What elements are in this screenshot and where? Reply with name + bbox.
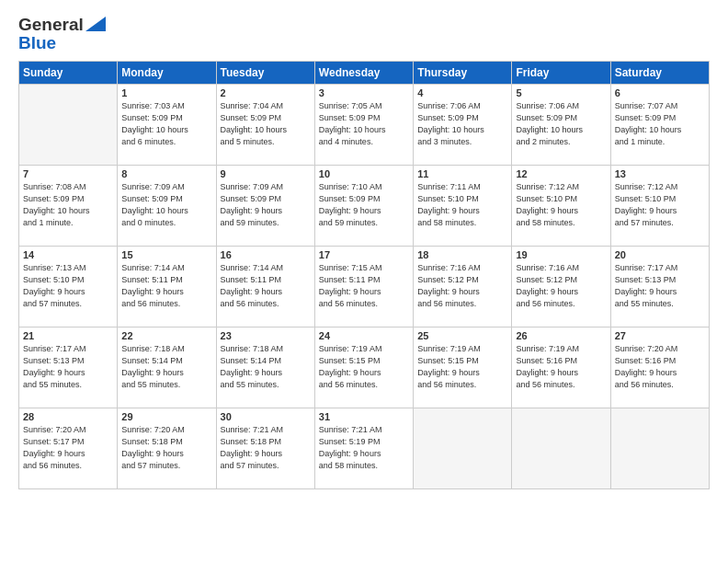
day-number: 7 xyxy=(23,168,113,179)
day-info: Sunrise: 7:07 AM Sunset: 5:09 PM Dayligh… xyxy=(615,100,705,148)
day-info: Sunrise: 7:03 AM Sunset: 5:09 PM Dayligh… xyxy=(121,100,211,148)
day-info: Sunrise: 7:05 AM Sunset: 5:09 PM Dayligh… xyxy=(319,100,409,148)
day-info: Sunrise: 7:16 AM Sunset: 5:12 PM Dayligh… xyxy=(516,262,606,310)
calendar-cell: 2Sunrise: 7:04 AM Sunset: 5:09 PM Daylig… xyxy=(216,85,314,166)
day-info: Sunrise: 7:16 AM Sunset: 5:12 PM Dayligh… xyxy=(417,262,507,310)
week-row-1: 7Sunrise: 7:08 AM Sunset: 5:09 PM Daylig… xyxy=(19,166,710,247)
day-number: 23 xyxy=(221,330,311,341)
day-number: 14 xyxy=(23,249,113,260)
calendar-cell: 25Sunrise: 7:19 AM Sunset: 5:15 PM Dayli… xyxy=(414,327,512,408)
day-number: 9 xyxy=(221,168,311,179)
calendar-cell: 5Sunrise: 7:06 AM Sunset: 5:09 PM Daylig… xyxy=(512,85,610,166)
day-info: Sunrise: 7:17 AM Sunset: 5:13 PM Dayligh… xyxy=(615,262,705,310)
calendar-table: SundayMondayTuesdayWednesdayThursdayFrid… xyxy=(18,61,710,489)
day-info: Sunrise: 7:09 AM Sunset: 5:09 PM Dayligh… xyxy=(121,181,211,229)
day-info: Sunrise: 7:08 AM Sunset: 5:09 PM Dayligh… xyxy=(23,181,113,229)
day-info: Sunrise: 7:06 AM Sunset: 5:09 PM Dayligh… xyxy=(516,100,606,148)
calendar-cell: 26Sunrise: 7:19 AM Sunset: 5:16 PM Dayli… xyxy=(512,327,610,408)
day-info: Sunrise: 7:21 AM Sunset: 5:18 PM Dayligh… xyxy=(221,424,311,472)
col-header-saturday: Saturday xyxy=(610,62,709,85)
day-number: 13 xyxy=(615,168,705,179)
day-info: Sunrise: 7:19 AM Sunset: 5:16 PM Dayligh… xyxy=(516,343,606,391)
calendar-cell: 8Sunrise: 7:09 AM Sunset: 5:09 PM Daylig… xyxy=(118,166,216,247)
col-header-sunday: Sunday xyxy=(19,62,118,85)
day-number: 21 xyxy=(23,330,113,341)
calendar-cell: 21Sunrise: 7:17 AM Sunset: 5:13 PM Dayli… xyxy=(19,327,118,408)
calendar-cell xyxy=(414,408,512,489)
col-header-thursday: Thursday xyxy=(414,62,512,85)
day-info: Sunrise: 7:20 AM Sunset: 5:17 PM Dayligh… xyxy=(23,424,113,472)
day-number: 22 xyxy=(121,330,211,341)
col-header-tuesday: Tuesday xyxy=(216,62,314,85)
logo: General Blue xyxy=(18,15,106,53)
day-number: 1 xyxy=(121,87,211,98)
calendar-cell: 24Sunrise: 7:19 AM Sunset: 5:15 PM Dayli… xyxy=(314,327,413,408)
day-info: Sunrise: 7:14 AM Sunset: 5:11 PM Dayligh… xyxy=(121,262,211,310)
day-number: 29 xyxy=(121,411,211,422)
day-info: Sunrise: 7:14 AM Sunset: 5:11 PM Dayligh… xyxy=(221,262,311,310)
calendar-cell: 7Sunrise: 7:08 AM Sunset: 5:09 PM Daylig… xyxy=(19,166,118,247)
day-info: Sunrise: 7:11 AM Sunset: 5:10 PM Dayligh… xyxy=(417,181,507,229)
calendar-cell: 18Sunrise: 7:16 AM Sunset: 5:12 PM Dayli… xyxy=(414,247,512,327)
day-info: Sunrise: 7:10 AM Sunset: 5:09 PM Dayligh… xyxy=(319,181,409,229)
calendar-cell: 17Sunrise: 7:15 AM Sunset: 5:11 PM Dayli… xyxy=(314,247,413,327)
day-number: 18 xyxy=(417,249,507,260)
day-number: 6 xyxy=(615,87,705,98)
calendar-cell: 11Sunrise: 7:11 AM Sunset: 5:10 PM Dayli… xyxy=(414,166,512,247)
svg-marker-0 xyxy=(85,17,106,31)
day-number: 28 xyxy=(23,411,113,422)
col-header-friday: Friday xyxy=(512,62,610,85)
logo-icon xyxy=(85,17,106,31)
col-header-wednesday: Wednesday xyxy=(314,62,413,85)
calendar-cell: 19Sunrise: 7:16 AM Sunset: 5:12 PM Dayli… xyxy=(512,247,610,327)
day-info: Sunrise: 7:21 AM Sunset: 5:19 PM Dayligh… xyxy=(319,424,409,472)
calendar-cell: 14Sunrise: 7:13 AM Sunset: 5:10 PM Dayli… xyxy=(19,247,118,327)
day-number: 16 xyxy=(221,249,311,260)
calendar-header-row: SundayMondayTuesdayWednesdayThursdayFrid… xyxy=(19,62,710,85)
calendar-cell: 27Sunrise: 7:20 AM Sunset: 5:16 PM Dayli… xyxy=(610,327,709,408)
day-number: 11 xyxy=(417,168,507,179)
calendar-cell: 1Sunrise: 7:03 AM Sunset: 5:09 PM Daylig… xyxy=(118,85,216,166)
day-info: Sunrise: 7:18 AM Sunset: 5:14 PM Dayligh… xyxy=(221,343,311,391)
calendar-cell: 20Sunrise: 7:17 AM Sunset: 5:13 PM Dayli… xyxy=(610,247,709,327)
day-number: 12 xyxy=(516,168,606,179)
day-number: 24 xyxy=(319,330,409,341)
day-info: Sunrise: 7:17 AM Sunset: 5:13 PM Dayligh… xyxy=(23,343,113,391)
day-number: 5 xyxy=(516,87,606,98)
day-info: Sunrise: 7:12 AM Sunset: 5:10 PM Dayligh… xyxy=(615,181,705,229)
calendar-cell xyxy=(19,85,118,166)
calendar-cell: 23Sunrise: 7:18 AM Sunset: 5:14 PM Dayli… xyxy=(216,327,314,408)
calendar-cell: 9Sunrise: 7:09 AM Sunset: 5:09 PM Daylig… xyxy=(216,166,314,247)
day-number: 4 xyxy=(417,87,507,98)
calendar-cell: 3Sunrise: 7:05 AM Sunset: 5:09 PM Daylig… xyxy=(314,85,413,166)
day-info: Sunrise: 7:20 AM Sunset: 5:16 PM Dayligh… xyxy=(615,343,705,391)
day-number: 17 xyxy=(319,249,409,260)
day-number: 15 xyxy=(121,249,211,260)
day-info: Sunrise: 7:04 AM Sunset: 5:09 PM Dayligh… xyxy=(221,100,311,148)
day-info: Sunrise: 7:09 AM Sunset: 5:09 PM Dayligh… xyxy=(221,181,311,229)
week-row-3: 21Sunrise: 7:17 AM Sunset: 5:13 PM Dayli… xyxy=(19,327,710,408)
day-info: Sunrise: 7:12 AM Sunset: 5:10 PM Dayligh… xyxy=(516,181,606,229)
calendar-cell: 29Sunrise: 7:20 AM Sunset: 5:18 PM Dayli… xyxy=(118,408,216,489)
calendar-cell: 15Sunrise: 7:14 AM Sunset: 5:11 PM Dayli… xyxy=(118,247,216,327)
day-number: 8 xyxy=(121,168,211,179)
calendar-cell: 30Sunrise: 7:21 AM Sunset: 5:18 PM Dayli… xyxy=(216,408,314,489)
day-info: Sunrise: 7:19 AM Sunset: 5:15 PM Dayligh… xyxy=(319,343,409,391)
calendar-cell: 16Sunrise: 7:14 AM Sunset: 5:11 PM Dayli… xyxy=(216,247,314,327)
day-info: Sunrise: 7:20 AM Sunset: 5:18 PM Dayligh… xyxy=(121,424,211,472)
calendar-cell: 31Sunrise: 7:21 AM Sunset: 5:19 PM Dayli… xyxy=(314,408,413,489)
day-number: 27 xyxy=(615,330,705,341)
calendar-cell: 10Sunrise: 7:10 AM Sunset: 5:09 PM Dayli… xyxy=(314,166,413,247)
day-number: 31 xyxy=(319,411,409,422)
week-row-2: 14Sunrise: 7:13 AM Sunset: 5:10 PM Dayli… xyxy=(19,247,710,327)
day-info: Sunrise: 7:15 AM Sunset: 5:11 PM Dayligh… xyxy=(319,262,409,310)
week-row-0: 1Sunrise: 7:03 AM Sunset: 5:09 PM Daylig… xyxy=(19,85,710,166)
week-row-4: 28Sunrise: 7:20 AM Sunset: 5:17 PM Dayli… xyxy=(19,408,710,489)
calendar-cell: 22Sunrise: 7:18 AM Sunset: 5:14 PM Dayli… xyxy=(118,327,216,408)
day-number: 10 xyxy=(319,168,409,179)
calendar-cell: 13Sunrise: 7:12 AM Sunset: 5:10 PM Dayli… xyxy=(610,166,709,247)
day-number: 26 xyxy=(516,330,606,341)
calendar-cell: 4Sunrise: 7:06 AM Sunset: 5:09 PM Daylig… xyxy=(414,85,512,166)
day-number: 20 xyxy=(615,249,705,260)
day-number: 19 xyxy=(516,249,606,260)
